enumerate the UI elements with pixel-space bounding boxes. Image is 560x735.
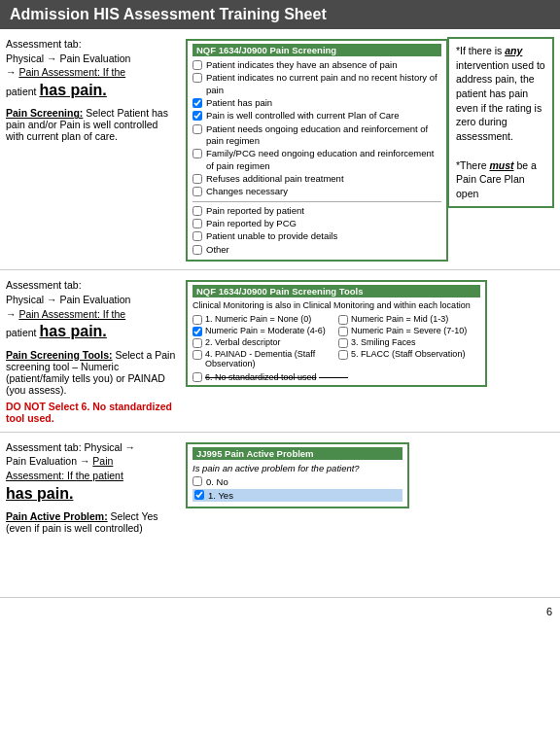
cb-tool-4[interactable] (192, 338, 202, 348)
nqf-item-6: Refuses additional pain treatment (192, 173, 441, 185)
nqf-item-7: Changes necessary (192, 186, 441, 197)
s2-subheading: Pain Screening Tools: (6, 349, 113, 361)
s3-subheading: Pain Active Problem: (6, 510, 108, 522)
s2-line3: → Pain Assessment: If the (6, 308, 125, 320)
cb-s1-4[interactable] (192, 124, 202, 134)
nqf-tools-title: NQF 1634/J0900 Pain Screening Tools (192, 285, 480, 298)
nqf-active-title: JJ995 Pain Active Problem (192, 447, 402, 460)
nqf-item-0: Patient indicates they have an absence o… (192, 59, 441, 71)
section-2-right: NQF 1634/J0900 Pain Screening Tools Clin… (186, 278, 554, 423)
cb-s1-3[interactable] (192, 111, 202, 121)
cb-s1-sub1[interactable] (192, 219, 202, 228)
no-tool-row: 6. No standardized tool used (192, 372, 480, 382)
nqf-item-2: Patient has pain (192, 97, 441, 109)
tool-0: 1. Numeric Pain = None (0) (192, 314, 334, 325)
cb-tool-no[interactable] (192, 372, 202, 382)
active-option-1: 1. Yes (192, 489, 402, 502)
s2-do-not: DO NOT Select 6. No standardized tool us… (6, 401, 178, 424)
cb-s1-sub2[interactable] (192, 231, 202, 241)
cb-tool-0[interactable] (192, 315, 202, 325)
nqf-sub-3: Other (192, 244, 441, 256)
nqf-sub-1: Pain reported by PCG (192, 218, 441, 229)
page-number: 6 (546, 606, 552, 617)
footer: 6 (0, 598, 560, 621)
active-question: Is pain an active problem for the patien… (192, 463, 402, 473)
section-1-note: *If there is any intervention used to ad… (447, 37, 554, 208)
tool-6: 4. PAINAD - Dementia (Staff Observation) (192, 349, 334, 368)
nqf-sub-0: Pain reported by patient (192, 205, 441, 217)
section-1: Assessment tab: Physical → Pain Evaluati… (0, 29, 560, 270)
active-option-0: 0. No (192, 476, 402, 487)
page-title: Admission HIS Assessment Training Sheet (0, 0, 560, 29)
tool-7: 5. FLACC (Staff Observation) (338, 349, 480, 368)
cb-tool-7[interactable] (338, 350, 348, 360)
section-2: Assessment tab: Physical → Pain Evaluati… (0, 270, 560, 432)
s2-line4: patient has pain. (6, 327, 107, 338)
nqf-item-5: Family/PCG need ongoing education and re… (192, 148, 441, 172)
s3-line2: Pain Evaluation → Pain (6, 455, 113, 467)
cb-tool-2[interactable] (192, 327, 202, 336)
section-2-left: Assessment tab: Physical → Pain Evaluati… (6, 278, 186, 423)
nqf-tools-panel: NQF 1634/J0900 Pain Screening Tools Clin… (186, 280, 487, 387)
s1-line2: Physical → Pain Evaluation (6, 52, 130, 64)
tools-grid: 1. Numeric Pain = None (0) Numeric Pain … (192, 314, 480, 368)
section-3: Assessment tab: Physical → Pain Evaluati… (0, 433, 560, 598)
s1-line4: patient has pain. (6, 86, 107, 97)
s3-line3: Assessment: If the patient (6, 470, 123, 481)
cb-active-1[interactable] (194, 490, 204, 500)
s2-line1: Assessment tab: (6, 279, 82, 291)
nqf-item-3: Pain is well controlled with current Pla… (192, 110, 441, 122)
cb-s1-1[interactable] (192, 73, 202, 83)
section-1-left: Assessment tab: Physical → Pain Evaluati… (6, 37, 186, 262)
tool-3: Numeric Pain = Severe (7-10) (338, 326, 480, 336)
cb-s1-7[interactable] (192, 187, 202, 196)
nqf-title-1: NQF 1634/J0900 Pain Screening (192, 44, 441, 56)
tool-5: 3. Smiling Faces (338, 337, 480, 348)
cb-s1-6[interactable] (192, 174, 202, 184)
s1-subheading: Pain Screening: (6, 107, 83, 119)
nqf-active-panel: JJ995 Pain Active Problem Is pain an act… (186, 442, 409, 508)
tools-subtitle: Clinical Monitoring is also in Clinical … (192, 300, 480, 310)
cb-s1-0[interactable] (192, 60, 202, 70)
s1-line3: → Pain Assessment: If the (6, 66, 125, 78)
nqf-item-4: Patient needs ongoing education and rein… (192, 123, 441, 148)
nqf-panel-1: NQF 1634/J0900 Pain Screening Patient in… (186, 39, 448, 262)
cb-s1-sub0[interactable] (192, 206, 202, 216)
nqf-item-1: Patient indicates no current pain and no… (192, 72, 441, 96)
tool-1: Numeric Pain = Mid (1-3) (338, 314, 480, 325)
cb-tool-1[interactable] (338, 315, 348, 325)
s2-line2: Physical → Pain Evaluation (6, 294, 130, 305)
cb-tool-5[interactable] (338, 338, 348, 348)
cb-s1-5[interactable] (192, 149, 202, 158)
nqf-divider (192, 201, 441, 202)
s1-line1: Assessment tab: (6, 38, 82, 50)
cb-tool-6[interactable] (192, 350, 202, 360)
cb-s1-sub3[interactable] (192, 245, 202, 255)
s3-has-pain: has pain. (6, 485, 73, 502)
cb-active-0[interactable] (192, 476, 202, 486)
section-3-right: JJ995 Pain Active Problem Is pain an act… (186, 440, 554, 589)
cb-s1-2[interactable] (192, 98, 202, 108)
tool-4: 2. Verbal descriptor (192, 337, 334, 348)
s3-line1: Assessment tab: Physical → (6, 441, 135, 453)
section-3-left: Assessment tab: Physical → Pain Evaluati… (6, 440, 186, 589)
nqf-sub-2: Patient unable to provide details (192, 230, 441, 242)
tool-2: Numeric Pain = Moderate (4-6) (192, 326, 334, 336)
cb-tool-3[interactable] (338, 327, 348, 336)
section-1-right: NQF 1634/J0900 Pain Screening Patient in… (186, 37, 554, 262)
